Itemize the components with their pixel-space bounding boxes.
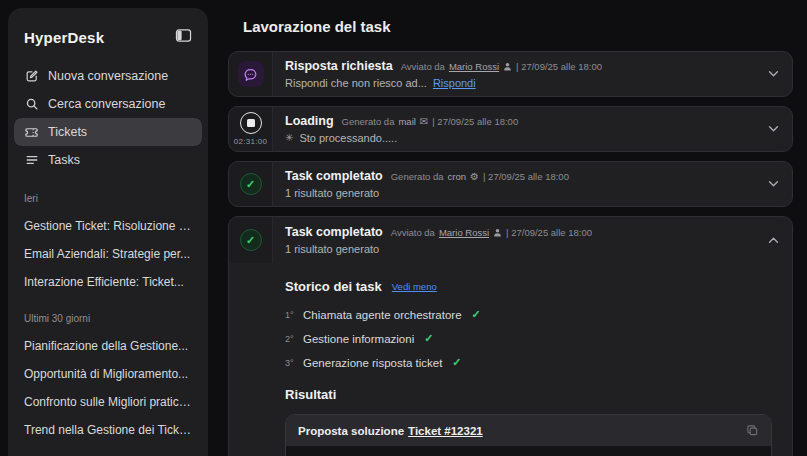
proposal-body-text: Lorem ipsum dolor sit amet consectetur. … — [286, 446, 771, 456]
section-title: Ieri — [8, 176, 208, 212]
task-card-loading[interactable]: 02:31:00 Loading Generato da mail ✉ | 27… — [228, 106, 793, 152]
card-subtext: 1 risultato generato — [285, 243, 379, 255]
meta-source: cron — [448, 171, 466, 182]
nav-label: Nuova conversazione — [48, 69, 168, 83]
card-body: Task completato Generato da cron ⚙ | 27/… — [273, 162, 792, 206]
meta-prefix: Avviato da — [401, 61, 445, 72]
chevron-down-icon[interactable] — [768, 126, 779, 133]
gear-icon: ⚙ — [470, 172, 479, 182]
sidebar-item-nuova-conversazione[interactable]: Nuova conversazione — [14, 62, 202, 90]
task-card-completato-cron[interactable]: ✓ Task completato Generato da cron ⚙ | 2… — [228, 161, 793, 207]
proposal-card: Proposta soluzione Ticket #12321 Lorem i… — [285, 414, 772, 456]
list-icon — [24, 153, 39, 168]
task-card-risposta-richiesta[interactable]: Risposta richiesta Avviato da Mario Ross… — [228, 51, 793, 97]
main-content: Lavorazione del task — [208, 0, 807, 456]
card-title: Task completato — [285, 169, 383, 183]
meta-prefix: Generato da — [342, 116, 395, 127]
nav-label: Cerca conversazione — [48, 97, 165, 111]
conversation-item[interactable]: Email Aziendali: Strategie per... — [8, 240, 208, 268]
nav-label: Tasks — [48, 153, 80, 167]
rispondi-link[interactable]: Rispondi — [433, 77, 476, 89]
nav-label: Tickets — [48, 125, 87, 139]
task-card-list: Risposta richiesta Avviato da Mario Ross… — [228, 51, 793, 456]
task-step: 1° Chiamata agente orchestratore ✓ — [285, 308, 772, 321]
card-subtext: Rispondi che non riesco ad... — [285, 77, 427, 89]
task-card-completato-expanded[interactable]: ✓ Task completato Avviato da Mario Rossi — [228, 216, 793, 456]
card-title: Task completato — [285, 225, 383, 239]
results-title: Risultati — [285, 387, 772, 402]
panel-left-icon — [175, 28, 192, 46]
chevron-up-icon[interactable] — [768, 237, 779, 244]
card-body: Task completato Avviato da Mario Rossi |… — [273, 217, 792, 263]
card-body: Loading Generato da mail ✉ | 27/09/25 al… — [273, 107, 792, 151]
conversation-item[interactable]: Trend nella Gestione dei Ticket... — [8, 416, 208, 444]
check-icon: ✓ — [452, 356, 461, 369]
sidebar-item-tasks[interactable]: Tasks — [14, 146, 202, 174]
ticket-icon — [24, 125, 39, 140]
card-meta: Generato da mail ✉ | 27/09/25 alle 18:00 — [342, 116, 519, 127]
check-circle-icon: ✓ — [240, 229, 262, 251]
person-icon — [493, 228, 502, 237]
meta-datetime: | 27/09/25 alle 18:00 — [506, 227, 592, 238]
step-number: 2° — [285, 334, 296, 344]
meta-source: mail — [398, 116, 415, 127]
step-label: Chiamata agente orchestratore — [303, 309, 462, 321]
card-icon-column — [229, 52, 273, 96]
check-circle-icon: ✓ — [240, 173, 262, 195]
sidebar: HyperDesk Nuova conversazion — [8, 8, 208, 456]
copy-icon[interactable] — [746, 424, 759, 437]
step-number: 3° — [285, 358, 296, 368]
app-title: HyperDesk — [24, 29, 104, 46]
history-section-ieri: Ieri Gestione Ticket: Risoluzione Rapida… — [8, 176, 208, 296]
chevron-down-icon[interactable] — [768, 71, 779, 78]
card-header[interactable]: ✓ Task completato Avviato da Mario Rossi — [229, 217, 792, 263]
conversation-item[interactable]: Opportunità di Miglioramento... — [8, 360, 208, 388]
mail-icon: ✉ — [420, 117, 428, 127]
chevron-down-icon[interactable] — [768, 181, 779, 188]
step-label: Generazione risposta ticket — [303, 357, 442, 369]
sidebar-item-tickets[interactable]: Tickets — [14, 118, 202, 146]
conversation-item[interactable]: Interazione Efficiente: Ticket... — [8, 268, 208, 296]
actor-link[interactable]: Mario Rossi — [439, 227, 489, 238]
meta-datetime: | 27/09/25 alle 18:00 — [432, 116, 518, 127]
conversation-item[interactable]: Confronto sulle Migliori pratiche... — [8, 388, 208, 416]
check-icon: ✓ — [424, 332, 433, 345]
card-icon-column: ✓ — [229, 162, 273, 206]
section-title: Ultimi 30 giorni — [8, 296, 208, 332]
conversation-item[interactable]: Gestione Ticket: Risoluzione Rapida — [8, 212, 208, 240]
history-section-ultimi-30-giorni: Ultimi 30 giorni Pianificazione della Ge… — [8, 296, 208, 444]
task-step: 2° Gestione informazioni ✓ — [285, 332, 772, 345]
sidebar-header: HyperDesk — [8, 8, 208, 60]
meta-prefix: Avviato da — [391, 227, 435, 238]
conversation-item[interactable]: Pianificazione della Gestione... — [8, 332, 208, 360]
meta-datetime: | 27/09/25 alle 18:00 — [483, 171, 569, 182]
task-timer: 02:31:00 — [234, 137, 268, 146]
card-meta: Avviato da Mario Rossi | 27/09/25 alle 1… — [401, 61, 602, 72]
spinner-icon: ✳ — [285, 133, 293, 143]
app-root: HyperDesk Nuova conversazion — [0, 0, 807, 456]
step-number: 1° — [285, 310, 296, 320]
search-icon — [24, 97, 39, 112]
vedi-meno-link[interactable]: Vedi meno — [392, 281, 437, 292]
card-title: Risposta richiesta — [285, 59, 393, 73]
meta-prefix: Generato da — [391, 171, 444, 182]
proposal-header: Proposta soluzione Ticket #12321 — [286, 415, 771, 446]
card-title: Loading — [285, 114, 334, 128]
history-title: Storico dei task — [285, 279, 382, 294]
sidebar-toggle-button[interactable] — [173, 26, 194, 48]
ticket-link[interactable]: Ticket #12321 — [408, 425, 483, 437]
sidebar-nav: Nuova conversazione Cerca conversazione — [8, 60, 208, 176]
card-meta: Generato da cron ⚙ | 27/09/25 alle 18:00 — [391, 171, 569, 182]
card-expanded-area: Storico dei task Vedi meno 1° Chiamata a… — [229, 263, 792, 456]
stop-icon[interactable] — [240, 112, 262, 134]
page-title: Lavorazione del task — [243, 18, 793, 35]
person-icon — [503, 62, 512, 71]
sidebar-item-cerca-conversazione[interactable]: Cerca conversazione — [14, 90, 202, 118]
card-subtext: Sto processando..... — [299, 132, 397, 144]
task-step: 3° Generazione risposta ticket ✓ — [285, 356, 772, 369]
card-subtext: 1 risultato generato — [285, 187, 379, 199]
card-body: Risposta richiesta Avviato da Mario Ross… — [273, 52, 792, 96]
actor-link[interactable]: Mario Rossi — [449, 61, 499, 72]
compose-icon — [24, 69, 39, 84]
check-icon: ✓ — [472, 308, 481, 321]
